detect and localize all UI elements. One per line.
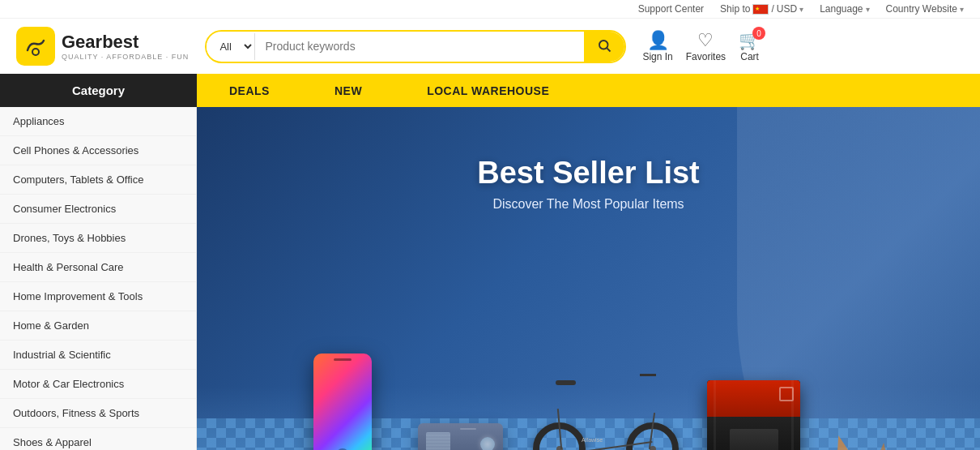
user-icon: 👤 xyxy=(647,30,669,51)
nav-links: DEALS NEW LOCAL WAREHOUSE xyxy=(197,75,980,107)
nav-link-new[interactable]: NEW xyxy=(302,75,394,107)
product-bike-group: Alfawise xyxy=(533,358,679,450)
banner-products: Alfawise xyxy=(229,354,964,450)
bike-brand: Alfawise xyxy=(582,437,603,443)
banner-subtitle: Discover The Most Popular Items xyxy=(477,197,700,212)
sidebar: Appliances Cell Phones & Accessories Com… xyxy=(0,107,197,450)
nav-bar: Category DEALS NEW LOCAL WAREHOUSE xyxy=(0,74,980,107)
favorites-button[interactable]: ♡ Favorites xyxy=(686,30,726,62)
product-printer xyxy=(707,380,800,450)
cart-badge: 0 xyxy=(752,27,765,40)
chevron-down-icon: ▾ xyxy=(866,5,870,14)
sign-in-button[interactable]: 👤 Sign In xyxy=(642,30,672,62)
language-link[interactable]: Language ▾ xyxy=(820,3,869,15)
sidebar-item-appliances[interactable]: Appliances xyxy=(0,107,196,136)
cone-2 xyxy=(867,442,897,450)
support-center-link[interactable]: Support Center xyxy=(638,3,704,15)
product-projector xyxy=(418,423,503,450)
sidebar-item-motor[interactable]: Motor & Car Electronics xyxy=(0,370,196,399)
cart-icon: 🛒 0 xyxy=(739,30,761,51)
sidebar-item-drones[interactable]: Drones, Toys & Hobbies xyxy=(0,224,196,253)
banner: Best Seller List Discover The Most Popul… xyxy=(197,107,980,450)
banner-decoration-cones xyxy=(829,435,895,450)
sidebar-item-outdoors[interactable]: Outdoors, Fitness & Sports xyxy=(0,399,196,428)
logo-icon xyxy=(16,27,55,66)
nav-link-deals[interactable]: DEALS xyxy=(197,75,302,107)
bike-handlebar xyxy=(640,374,656,376)
flag-icon xyxy=(752,4,769,15)
product-phone xyxy=(313,354,372,450)
search-input[interactable] xyxy=(255,33,584,59)
cart-button[interactable]: 🛒 0 Cart xyxy=(739,30,761,62)
bike-seat xyxy=(556,380,576,385)
heart-icon: ♡ xyxy=(697,30,714,51)
search-bar: All xyxy=(205,30,626,63)
chevron-down-icon: ▾ xyxy=(799,5,803,14)
logo-tagline: QUALITY · AFFORDABLE · FUN xyxy=(62,53,189,61)
sidebar-item-industrial[interactable]: Industrial & Scientific xyxy=(0,341,196,370)
logo-brand: Gearbest xyxy=(62,32,189,53)
search-category-dropdown[interactable]: All xyxy=(207,33,255,60)
logo-text: Gearbest QUALITY · AFFORDABLE · FUN xyxy=(62,32,189,61)
header-user-actions: 👤 Sign In ♡ Favorites 🛒 0 Cart xyxy=(642,30,761,62)
banner-text: Best Seller List Discover The Most Popul… xyxy=(477,156,700,212)
category-header: Category xyxy=(0,74,197,107)
sidebar-item-cell-phones[interactable]: Cell Phones & Accessories xyxy=(0,136,196,165)
sidebar-item-consumer-electronics[interactable]: Consumer Electronics xyxy=(0,195,196,224)
product-projector-group xyxy=(411,423,509,450)
sidebar-item-computers[interactable]: Computers, Tablets & Office xyxy=(0,165,196,195)
banner-title: Best Seller List xyxy=(477,156,700,191)
sidebar-item-home-improvement[interactable]: Home Improvement & Tools xyxy=(0,282,196,311)
nav-link-local-warehouse[interactable]: LOCAL WAREHOUSE xyxy=(394,75,582,107)
product-printer-group xyxy=(703,380,804,450)
country-website-link[interactable]: Country Website ▾ xyxy=(886,3,964,15)
ship-to-link[interactable]: Ship to / USD ▾ xyxy=(720,3,803,15)
svg-point-1 xyxy=(599,41,608,49)
svg-point-0 xyxy=(32,49,39,55)
cone-1 xyxy=(823,431,867,450)
top-bar: Support Center Ship to / USD ▾ Language … xyxy=(0,0,980,19)
chevron-down-icon: ▾ xyxy=(960,5,964,14)
main-content: Appliances Cell Phones & Accessories Com… xyxy=(0,107,980,450)
sidebar-item-home-garden[interactable]: Home & Garden xyxy=(0,311,196,341)
logo[interactable]: Gearbest QUALITY · AFFORDABLE · FUN xyxy=(16,27,189,66)
header: Gearbest QUALITY · AFFORDABLE · FUN All … xyxy=(0,19,980,74)
product-phone-group xyxy=(298,354,387,450)
search-button[interactable] xyxy=(584,32,624,62)
sidebar-item-health[interactable]: Health & Personal Care xyxy=(0,253,196,282)
svg-line-2 xyxy=(607,48,611,51)
sidebar-item-shoes[interactable]: Shoes & Apparel xyxy=(0,428,196,450)
